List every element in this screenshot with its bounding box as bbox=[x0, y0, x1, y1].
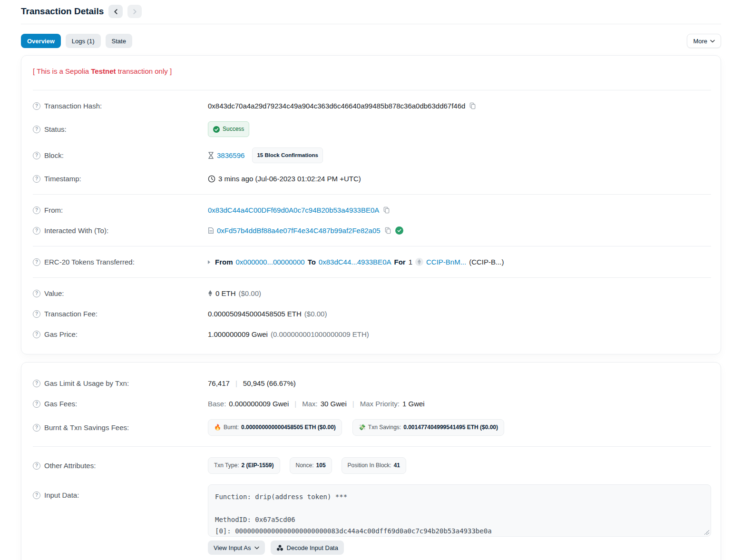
decode-input-data-button[interactable]: Decode Input Data bbox=[271, 540, 344, 555]
help-icon[interactable] bbox=[33, 462, 40, 470]
block-row: Block: 3836596 15 Block Confirmations bbox=[33, 142, 711, 168]
help-icon[interactable] bbox=[33, 310, 40, 318]
txn-type-badge: Txn Type: 2 (EIP-1559) bbox=[208, 457, 280, 474]
txn-savings-badge: 💸 Txn Savings: 0.001477404999541495 ETH … bbox=[352, 419, 504, 436]
copy-icon bbox=[384, 227, 391, 234]
money-wings-icon: 💸 bbox=[359, 422, 366, 432]
status-label: Status: bbox=[44, 124, 67, 134]
position-in-block-value: 41 bbox=[394, 461, 400, 471]
input-data-label: Input Data: bbox=[44, 490, 79, 500]
help-icon[interactable] bbox=[33, 331, 40, 338]
help-icon[interactable] bbox=[33, 206, 40, 214]
interacted-with-label: Interacted With (To): bbox=[44, 226, 108, 236]
status-badge: Success bbox=[208, 121, 249, 137]
gas-limit-value: 76,417 bbox=[208, 378, 230, 388]
view-input-as-button[interactable]: View Input As bbox=[208, 540, 265, 555]
input-data-blank-line bbox=[215, 502, 704, 514]
from-label: From: bbox=[44, 205, 63, 215]
help-icon[interactable] bbox=[33, 152, 40, 159]
eth-diamond-icon bbox=[208, 290, 213, 297]
copy-transaction-hash-button[interactable] bbox=[468, 101, 477, 110]
more-dropdown-button[interactable]: More bbox=[687, 34, 721, 48]
verified-check-icon bbox=[395, 226, 403, 235]
gas-price-row: Gas Price: 1.000000009 Gwei (0.000000001… bbox=[33, 324, 711, 344]
help-icon[interactable] bbox=[33, 491, 40, 499]
chevron-down-icon bbox=[710, 39, 715, 43]
fire-icon: 🔥 bbox=[214, 422, 221, 432]
decode-input-data-label: Decode Input Data bbox=[287, 544, 338, 551]
gas-fees-row: Gas Fees: Base: 0.000000009 Gwei | Max: … bbox=[33, 393, 711, 414]
value-row: Value: 0 ETH ($0.00) bbox=[33, 283, 711, 304]
erc20-token-link[interactable]: CCIP-BnM... bbox=[426, 257, 466, 267]
details-card: Gas Limit & Usage by Txn: 76,417 | 50,94… bbox=[21, 362, 721, 560]
gas-price-eth: (0.000000001000000009 ETH) bbox=[271, 329, 369, 339]
transaction-hash-value: 0x843dc70a4a29d79234c49a904c363d6c46640a… bbox=[208, 101, 465, 111]
token-logo-icon bbox=[415, 258, 423, 266]
tab-logs[interactable]: Logs (1) bbox=[66, 34, 101, 48]
divider bbox=[33, 277, 711, 278]
other-attributes-row: Other Attributes: Txn Type: 2 (EIP-1559)… bbox=[33, 452, 711, 479]
input-data-actions: View Input As Decode Input Data bbox=[208, 540, 711, 555]
page: Transaction Details Overview Logs (1) St… bbox=[0, 0, 742, 560]
input-data-methodid-line: MethodID: 0x67a5cd06 bbox=[215, 514, 704, 525]
input-data-function-line: Function: drip(address token) *** bbox=[215, 491, 704, 502]
more-dropdown-label: More bbox=[693, 38, 707, 45]
burnt-savings-label: Burnt & Txn Savings Fees: bbox=[44, 422, 129, 432]
input-data-textarea[interactable]: Function: drip(address token) *** Method… bbox=[208, 484, 711, 537]
help-icon[interactable] bbox=[33, 126, 40, 133]
timestamp-value: 3 mins ago (Jul-06-2023 01:02:24 PM +UTC… bbox=[218, 174, 361, 184]
transaction-fee-label: Transaction Fee: bbox=[44, 309, 98, 319]
help-icon[interactable] bbox=[33, 424, 40, 432]
burnt-fee-badge: 🔥 Burnt: 0.000000000000458505 ETH ($0.00… bbox=[208, 419, 342, 436]
max-fee-label: Max: bbox=[302, 399, 318, 409]
copy-to-address-button[interactable] bbox=[383, 226, 392, 235]
help-icon[interactable] bbox=[33, 227, 40, 235]
testnet-warning-bold: Testnet bbox=[91, 67, 116, 75]
erc20-to-word: To bbox=[308, 257, 316, 267]
help-icon[interactable] bbox=[33, 400, 40, 408]
from-address-link[interactable]: 0x83dC44a4C00DFf69d0A0c7c94B20b53a4933BE… bbox=[208, 205, 379, 215]
tabs-bar: Overview Logs (1) State More bbox=[21, 34, 721, 48]
testnet-warning: [ This is a Sepolia Testnet transaction … bbox=[33, 66, 711, 85]
separator: | bbox=[350, 399, 357, 409]
copy-from-address-button[interactable] bbox=[382, 206, 391, 215]
max-fee-value: 30 Gwei bbox=[321, 399, 347, 409]
next-transaction-button[interactable] bbox=[127, 5, 142, 18]
transaction-fee-row: Transaction Fee: 0.000050945000458505 ET… bbox=[33, 304, 711, 324]
help-icon[interactable] bbox=[33, 380, 40, 387]
from-row: From: 0x83dC44a4C00DFf69d0A0c7c94B20b53a… bbox=[33, 200, 711, 220]
prev-transaction-button[interactable] bbox=[108, 5, 123, 18]
transaction-fee-usd: ($0.00) bbox=[304, 309, 327, 319]
textarea-resize-handle[interactable] bbox=[704, 530, 709, 535]
to-address-link[interactable]: 0xFd57b4ddBf88a4e07fF4e34C487b99af2Fe82a… bbox=[217, 226, 381, 236]
block-number-link[interactable]: 3836596 bbox=[217, 150, 244, 160]
burnt-fee-label: Burnt: bbox=[224, 422, 239, 432]
view-input-as-label: View Input As bbox=[214, 544, 251, 551]
help-icon[interactable] bbox=[33, 258, 40, 266]
divider bbox=[33, 194, 711, 195]
separator: | bbox=[292, 399, 299, 409]
help-icon[interactable] bbox=[33, 175, 40, 183]
hourglass-icon bbox=[208, 152, 214, 159]
help-icon[interactable] bbox=[33, 290, 40, 297]
page-header: Transaction Details bbox=[21, 0, 721, 24]
gas-price-label: Gas Price: bbox=[44, 329, 78, 339]
gas-fees-label: Gas Fees: bbox=[44, 399, 77, 409]
input-data-row: Input Data: Function: drip(address token… bbox=[33, 479, 711, 560]
erc20-from-address-link[interactable]: 0x000000...00000000 bbox=[236, 257, 305, 267]
erc20-to-address-link[interactable]: 0x83dC44...4933BE0A bbox=[319, 257, 391, 267]
collapse-caret-icon[interactable] bbox=[208, 260, 210, 264]
burnt-fee-value: 0.000000000000458505 ETH ($0.00) bbox=[241, 422, 336, 432]
divider bbox=[33, 90, 711, 90]
help-icon[interactable] bbox=[33, 102, 40, 110]
tab-overview[interactable]: Overview bbox=[21, 34, 61, 48]
tab-state[interactable]: State bbox=[106, 34, 132, 48]
base-fee-label: Base: bbox=[208, 399, 226, 409]
erc20-token-symbol: (CCIP-B...) bbox=[469, 257, 504, 267]
timestamp-row: Timestamp: 3 mins ago (Jul-06-2023 01:02… bbox=[33, 168, 711, 189]
copy-icon bbox=[383, 206, 390, 214]
chevron-down-icon bbox=[254, 546, 259, 550]
status-value: Success bbox=[223, 124, 244, 134]
divider bbox=[33, 446, 711, 447]
max-priority-fee-value: 1 Gwei bbox=[402, 399, 425, 409]
